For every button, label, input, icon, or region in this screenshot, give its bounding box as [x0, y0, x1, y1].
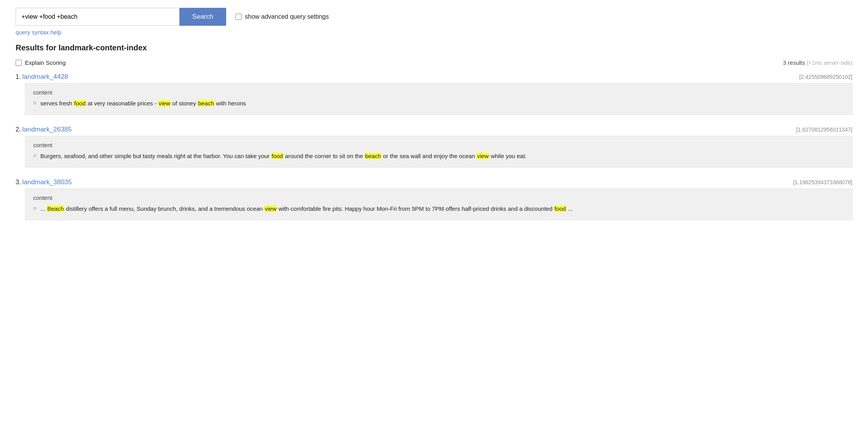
result-number: 1. — [16, 73, 21, 80]
result-field-label: content — [33, 194, 844, 201]
query-syntax-link[interactable]: query syntax help — [16, 29, 62, 36]
result-id-link[interactable]: landmark_26385 — [22, 126, 72, 133]
explain-scoring-label: Explain Scoring — [25, 59, 66, 66]
result-score: [1.6270812956011347] — [796, 126, 852, 133]
results-container: 1.landmark_4428[2.425509689250102]conten… — [16, 73, 852, 220]
result-score: [1.19625394373368078] — [793, 179, 852, 185]
result-bullet: ○ — [33, 205, 36, 211]
explain-scoring-checkbox[interactable] — [16, 60, 22, 66]
result-text: ... Beach distillery offers a full menu,… — [40, 204, 572, 214]
advanced-query-label: show advanced query settings — [245, 13, 329, 20]
result-text: Burgers, seafood, and other simple but t… — [40, 151, 526, 161]
result-bullet: ○ — [33, 100, 36, 106]
result-id-link[interactable]: landmark_38035 — [22, 178, 72, 186]
results-count: 3 results (<1ms server-side) — [783, 59, 852, 66]
result-item: 3.landmark_38035[1.19625394373368078]con… — [16, 178, 852, 220]
results-heading: Results for landmark-content-index — [16, 43, 852, 52]
search-input[interactable] — [16, 8, 179, 26]
result-text: serves fresh food at very reasonable pri… — [40, 99, 246, 108]
result-number: 2. — [16, 126, 21, 133]
result-item: 1.landmark_4428[2.425509689250102]conten… — [16, 73, 852, 115]
result-field-label: content — [33, 142, 844, 148]
result-score: [2.425509689250102] — [799, 74, 852, 80]
result-field-label: content — [33, 89, 844, 96]
search-button[interactable]: Search — [179, 8, 226, 26]
result-bullet: ○ — [33, 152, 36, 158]
advanced-query-checkbox[interactable] — [236, 14, 242, 20]
result-id-link[interactable]: landmark_4428 — [22, 73, 68, 80]
result-item: 2.landmark_26385[1.6270812956011347]cont… — [16, 126, 852, 167]
result-number: 3. — [16, 179, 21, 185]
